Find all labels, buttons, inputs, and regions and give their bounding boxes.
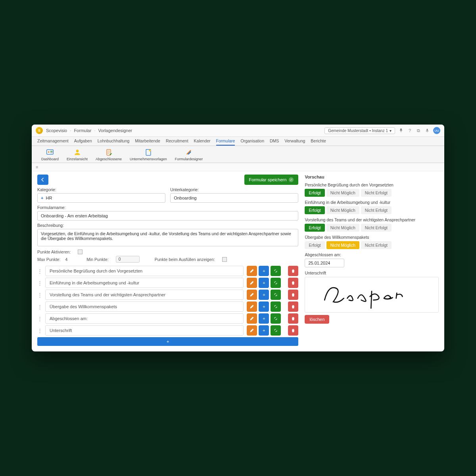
content-area: Formular speichern ✓ Kategorie: + HR Unt… [32, 171, 444, 351]
nav-zeitmanagement[interactable]: Zeitmanagement [37, 138, 69, 146]
edit-button[interactable] [247, 266, 257, 276]
edit-button[interactable] [247, 290, 257, 300]
description-textarea[interactable]: Vorgesetzten, die Einführung in die Arbe… [37, 229, 298, 246]
copy-button[interactable] [271, 278, 281, 288]
nav-recruitment[interactable]: Recruitment [166, 138, 188, 146]
opt-erfolgt[interactable]: Erfolgt [305, 241, 324, 249]
opt-erfolgt[interactable]: Erfolgt [305, 224, 324, 232]
titlebar: S Scopevisio · Formular · Vorlagendesign… [32, 125, 444, 137]
drag-handle-icon[interactable]: ⋮ [37, 280, 42, 286]
delete-button[interactable] [288, 325, 298, 336]
opt-nicht-erfolgt[interactable]: Nicht Erfolgt [361, 224, 392, 232]
copy-button[interactable] [271, 266, 281, 276]
add-sub-button[interactable]: + [259, 325, 269, 336]
copy-button[interactable] [271, 313, 281, 324]
item-label[interactable]: Einführung in die Arbeitsumgebung und -k… [45, 278, 244, 288]
item-label[interactable]: Persönliche Begrüßung durch den Vorgeset… [45, 266, 244, 276]
nav-formulare[interactable]: Formulare [216, 138, 235, 146]
add-item-button[interactable]: + [37, 337, 298, 346]
back-button[interactable] [37, 175, 48, 185]
main-nav: Zeitmanagement Aufgaben Lohnbuchhaltung … [32, 137, 444, 146]
breadcrumb-app: Scopevisio [46, 128, 67, 133]
drag-handle-icon[interactable]: ⋮ [37, 328, 42, 334]
preview-date-input[interactable]: 25.01.2024 [305, 259, 344, 267]
drag-handle-icon[interactable]: ⋮ [37, 268, 42, 274]
subcategory-input[interactable]: Onboarding [170, 193, 298, 203]
item-label[interactable]: Vorstellung des Teams und der wichtigste… [45, 290, 244, 300]
item-label[interactable]: Unterschrift [45, 325, 244, 336]
delete-button[interactable] [288, 301, 298, 312]
ribbon-dashboard[interactable]: Dashboard [37, 148, 63, 162]
opt-nicht-erfolgt[interactable]: Nicht Erfolgt [361, 241, 392, 249]
copy-button[interactable] [271, 290, 281, 300]
breadcrumb: Scopevisio · Formular · Vorlagendesigner [46, 128, 132, 133]
delete-button[interactable] [288, 278, 298, 288]
instance-selector[interactable]: Gemeinde Musterstadt • Instanz 1 ▾ [324, 127, 395, 134]
drag-handle-icon[interactable]: ⋮ [37, 316, 42, 322]
add-sub-button[interactable]: + [259, 290, 269, 300]
description-label: Beschreibung: [37, 223, 298, 228]
ribbon-unternehmensvorlagen[interactable]: Unternehmensvorlagen [126, 148, 171, 162]
opt-nicht-erfolgt[interactable]: Nicht Erfolgt [361, 189, 392, 197]
delete-button[interactable] [288, 313, 298, 324]
svg-rect-1 [47, 150, 54, 154]
nav-organisation[interactable]: Organisation [240, 138, 264, 146]
form-item: ⋮ Unterschrift + [37, 325, 298, 336]
user-avatar[interactable]: UU [433, 127, 440, 134]
signature-delete-button[interactable]: löschen [305, 315, 329, 324]
drag-handle-icon[interactable]: ⋮ [37, 292, 42, 298]
ribbon-einzelansicht[interactable]: Einzelansicht [63, 148, 92, 162]
save-button[interactable]: Formular speichern ✓ [244, 175, 299, 185]
nav-mitarbeitende[interactable]: Mitarbeitende [135, 138, 160, 146]
item-label[interactable]: Abgeschlossen am: [45, 313, 244, 324]
mic-icon[interactable] [424, 128, 430, 133]
category-input[interactable]: + HR [37, 193, 165, 203]
link-icon[interactable]: ⧉ [416, 128, 421, 133]
svg-rect-3 [50, 151, 53, 152]
form-item: ⋮ Einführung in die Arbeitsumgebung und … [37, 278, 298, 288]
nav-berichte[interactable]: Berichte [311, 138, 326, 146]
ribbon-abgeschlossene[interactable]: Abgeschlossene [92, 148, 126, 162]
edit-button[interactable] [247, 325, 257, 336]
svg-point-8 [149, 150, 151, 152]
svg-rect-0 [427, 129, 428, 131]
opt-nicht-moeglich[interactable]: Nicht Möglich [326, 224, 359, 232]
nav-verwaltung[interactable]: Verwaltung [284, 138, 305, 146]
ribbon-formulardesigner[interactable]: Formulardesigner [171, 148, 207, 162]
svg-point-2 [48, 152, 49, 153]
add-sub-button[interactable]: + [259, 301, 269, 312]
item-label[interactable]: Übergabe des Willkommenspakets [45, 301, 244, 312]
nav-kalender[interactable]: Kalender [194, 138, 211, 146]
add-sub-button[interactable]: + [259, 313, 269, 324]
signature-canvas[interactable] [305, 277, 439, 313]
opt-nicht-erfolgt[interactable]: Nicht Erfolgt [361, 206, 392, 214]
edit-button[interactable] [247, 301, 257, 312]
formname-input[interactable]: Onboarding - Am ersten Arbeitstag [37, 211, 298, 221]
preview-q2-label: Einführung in die Arbeitsumgebung und -k… [305, 200, 439, 205]
delete-button[interactable] [288, 290, 298, 300]
form-item: ⋮ Persönliche Begrüßung durch den Vorges… [37, 266, 298, 276]
hamburger-icon[interactable]: ≡ [32, 163, 444, 171]
add-sub-button[interactable]: + [259, 266, 269, 276]
edit-button[interactable] [247, 313, 257, 324]
opt-erfolgt[interactable]: Erfolgt [305, 189, 324, 197]
delete-button[interactable] [288, 266, 298, 276]
min-points-input[interactable]: 0 [116, 256, 140, 263]
nav-aufgaben[interactable]: Aufgaben [74, 138, 92, 146]
help-icon[interactable]: ? [407, 128, 413, 133]
opt-nicht-moeglich[interactable]: Nicht Möglich [326, 241, 359, 249]
opt-nicht-moeglich[interactable]: Nicht Möglich [326, 189, 359, 197]
nav-dms[interactable]: DMS [270, 138, 279, 146]
points-activate-checkbox[interactable] [78, 250, 83, 254]
edit-button[interactable] [247, 278, 257, 288]
form-item: ⋮ Vorstellung des Teams und der wichtigs… [37, 290, 298, 300]
nav-lohnbuchhaltung[interactable]: Lohnbuchhaltung [98, 138, 130, 146]
copy-button[interactable] [271, 325, 281, 336]
opt-erfolgt[interactable]: Erfolgt [305, 206, 324, 214]
opt-nicht-moeglich[interactable]: Nicht Möglich [326, 206, 359, 214]
bell-icon[interactable] [398, 128, 404, 133]
copy-button[interactable] [271, 301, 281, 312]
add-sub-button[interactable]: + [259, 278, 269, 288]
show-points-checkbox[interactable] [222, 257, 227, 262]
drag-handle-icon[interactable]: ⋮ [37, 304, 42, 310]
